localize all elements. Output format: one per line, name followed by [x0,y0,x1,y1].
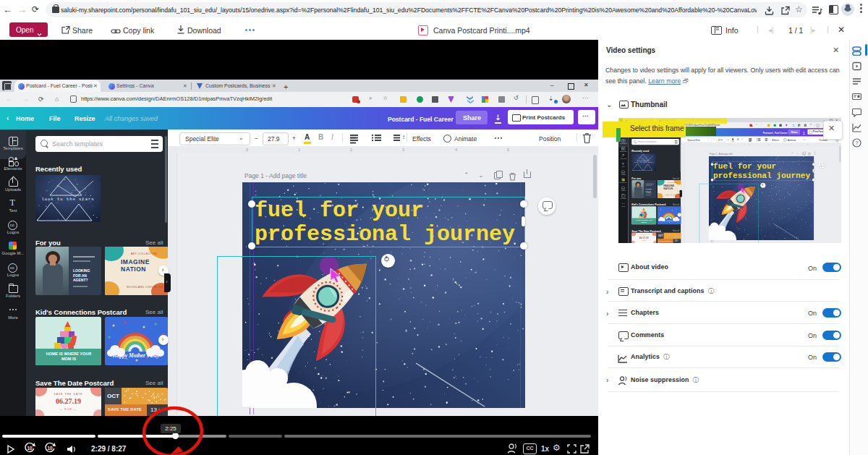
svg-text:look to the stars: look to the stars [41,197,94,202]
svg-text:Happy Mother's Day: Happy Mother's Day [112,352,160,359]
svg-text:10: 10 [27,446,33,451]
svg-text:10: 10 [47,446,53,451]
svg-text:look to the stars: look to the stars [634,161,653,163]
svg-text:Happy Mother's Day: Happy Mother's Day [660,220,678,222]
svg-text:?: ? [855,140,859,146]
